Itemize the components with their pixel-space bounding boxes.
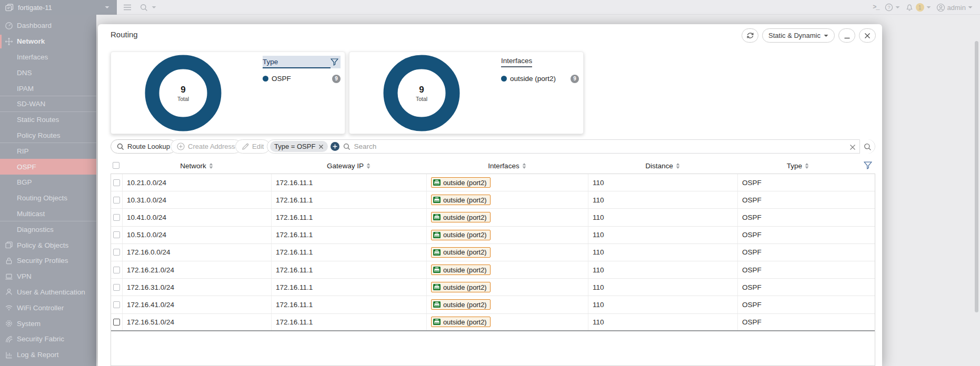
- row-checkbox-cell: [111, 191, 123, 208]
- row-checkbox[interactable]: [113, 267, 120, 273]
- table-row[interactable]: 10.31.0.0/24172.16.11.1outside (port2)11…: [111, 191, 875, 209]
- cell-interfaces: outside (port2): [427, 244, 588, 261]
- row-checkbox[interactable]: [113, 214, 120, 221]
- row-checkbox-cell: [111, 227, 123, 243]
- cell-type: OSPF: [738, 244, 875, 261]
- table-row[interactable]: 172.16.21.0/24172.16.11.1outside (port2)…: [111, 261, 875, 279]
- add-filter-button[interactable]: [331, 142, 339, 151]
- row-checkbox[interactable]: [113, 179, 120, 186]
- sort-icon: [805, 163, 809, 169]
- row-checkbox[interactable]: [113, 197, 120, 204]
- row-checkbox[interactable]: [113, 249, 120, 256]
- filter-chip-type-ospf[interactable]: Type = OSPF: [270, 141, 328, 152]
- column-header-type[interactable]: Type: [737, 158, 858, 174]
- routes-table: 10.21.0.0/24172.16.11.1outside (port2)11…: [111, 174, 875, 366]
- search-icon: [343, 143, 351, 150]
- table-row[interactable]: 10.41.0.0/24172.16.11.1outside (port2)11…: [111, 209, 875, 226]
- cell-distance: 110: [588, 261, 738, 278]
- table-row[interactable]: 10.21.0.0/24172.16.11.1outside (port2)11…: [111, 174, 875, 191]
- minimize-button[interactable]: [838, 28, 855, 43]
- interface-badge: outside (port2): [431, 195, 491, 205]
- interface-badge: outside (port2): [431, 177, 491, 188]
- cell-interfaces: outside (port2): [427, 279, 588, 296]
- legend-count-badge: 9: [571, 75, 579, 83]
- cell-distance: 110: [588, 296, 738, 313]
- view-selector-label: Static & Dynamic: [768, 32, 821, 39]
- legend-count-badge: 9: [332, 75, 341, 83]
- table-header: Network Gateway IP Interfaces Distance T…: [111, 158, 875, 174]
- cell-network: 172.16.51.0/24: [123, 314, 272, 330]
- cell-interfaces: outside (port2): [427, 174, 588, 191]
- cell-type: OSPF: [738, 314, 875, 330]
- row-checkbox-cell: [111, 314, 123, 330]
- table-row[interactable]: 172.16.51.0/24172.16.11.1outside (port2)…: [111, 314, 875, 331]
- table-row[interactable]: 10.51.0.0/24172.16.11.1outside (port2)11…: [111, 227, 875, 244]
- close-icon: [864, 33, 871, 39]
- table-row[interactable]: 172.16.41.0/24172.16.11.1outside (port2)…: [111, 296, 875, 313]
- minimize-icon: [844, 32, 851, 39]
- interface-badge: outside (port2): [431, 265, 491, 275]
- select-all-checkbox[interactable]: [113, 162, 119, 169]
- route-lookup-button[interactable]: Route Lookup: [111, 139, 176, 154]
- routing-modal: Routing Static & Dynamic 9 Total Type: [98, 24, 882, 366]
- ethernet-port-icon: [433, 284, 441, 290]
- cell-network: 172.16.0.0/24: [123, 244, 272, 261]
- row-checkbox[interactable]: [113, 284, 120, 291]
- column-header-interfaces[interactable]: Interfaces: [426, 158, 588, 174]
- legend-item-outside-port2[interactable]: outside (port2) 9: [501, 75, 579, 83]
- cell-network: 10.41.0.0/24: [123, 209, 272, 226]
- interface-badge: outside (port2): [431, 317, 491, 327]
- sort-icon: [366, 163, 371, 169]
- cell-type: OSPF: [738, 209, 875, 226]
- table-filter-icon[interactable]: [864, 161, 872, 169]
- chevron-down-icon: [824, 34, 828, 37]
- row-checkbox[interactable]: [113, 231, 120, 238]
- column-header-gateway-ip[interactable]: Gateway IP: [271, 158, 426, 174]
- routes-by-interface-widget: 9 Total Interfaces outside (port2) 9: [349, 52, 584, 134]
- row-checkbox-cell: [111, 244, 123, 261]
- cell-type: OSPF: [738, 261, 875, 278]
- search-submit-button[interactable]: [859, 139, 875, 154]
- row-checkbox[interactable]: [113, 301, 120, 308]
- legend-title-type[interactable]: Type: [263, 56, 341, 68]
- interface-badge: outside (port2): [431, 282, 491, 292]
- create-address-button[interactable]: Create Address: [171, 139, 242, 154]
- column-header-distance[interactable]: Distance: [588, 158, 737, 174]
- ethernet-port-icon: [433, 267, 441, 273]
- interface-badge: outside (port2): [431, 212, 491, 222]
- close-button[interactable]: [859, 28, 876, 43]
- cell-network: 172.16.21.0/24: [123, 261, 272, 278]
- routes-by-type-widget: 9 Total Type OSPF 9: [111, 52, 345, 134]
- remove-filter-icon[interactable]: [318, 144, 324, 149]
- page-title: Routing: [111, 30, 138, 39]
- ethernet-port-icon: [433, 179, 441, 186]
- search-input[interactable]: Search: [354, 143, 376, 150]
- row-checkbox[interactable]: [113, 319, 120, 326]
- table-row[interactable]: 172.16.0.0/24172.16.11.1outside (port2)1…: [111, 244, 875, 261]
- refresh-button[interactable]: [742, 28, 758, 43]
- donut-total: 9: [419, 85, 424, 95]
- filter-search-bar[interactable]: Type = OSPF Search: [267, 139, 875, 154]
- clear-search-icon[interactable]: [849, 140, 856, 154]
- legend-dot: [501, 76, 507, 82]
- table-row[interactable]: 172.16.31.0/24172.16.11.1outside (port2)…: [111, 279, 875, 296]
- column-header-network[interactable]: Network: [122, 158, 271, 174]
- cell-distance: 110: [588, 191, 738, 208]
- cell-type: OSPF: [738, 191, 875, 208]
- edit-button[interactable]: Edit: [235, 139, 270, 154]
- cell-distance: 110: [588, 227, 738, 243]
- cell-type: OSPF: [738, 174, 875, 191]
- ethernet-port-icon: [433, 319, 441, 325]
- row-checkbox-cell: [111, 209, 123, 226]
- cell-interfaces: outside (port2): [427, 191, 588, 208]
- row-checkbox-cell: [111, 261, 123, 278]
- view-selector-dropdown[interactable]: Static & Dynamic: [762, 28, 835, 43]
- cell-gateway-ip: 172.16.11.1: [272, 209, 427, 226]
- legend-item-ospf[interactable]: OSPF 9: [263, 75, 341, 83]
- sort-icon: [209, 163, 213, 169]
- cell-distance: 110: [588, 314, 738, 330]
- row-checkbox-cell: [111, 174, 123, 191]
- ethernet-port-icon: [433, 301, 441, 308]
- cell-distance: 110: [588, 174, 738, 191]
- cell-network: 172.16.31.0/24: [123, 279, 272, 296]
